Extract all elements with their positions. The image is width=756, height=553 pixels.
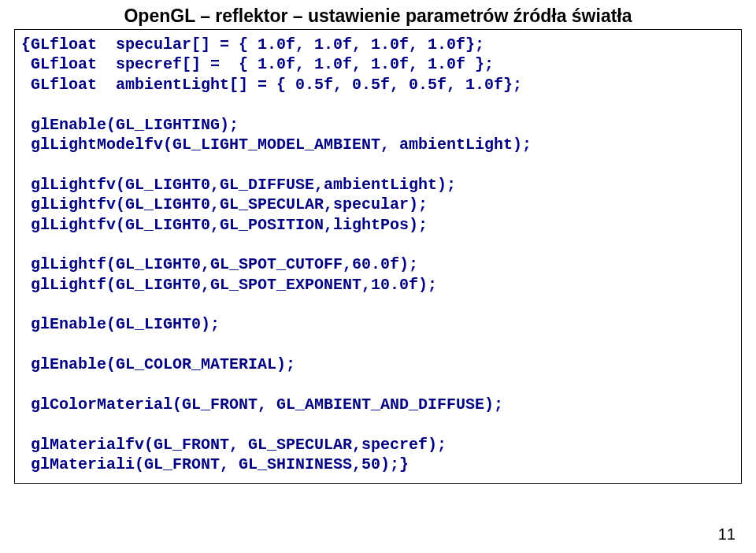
code-line: glEnable(GL_COLOR_MATERIAL); (21, 355, 295, 373)
code-line: glLightModelfv(GL_LIGHT_MODEL_AMBIENT, a… (21, 135, 532, 154)
code-line: glLightfv(GL_LIGHT0,GL_DIFFUSE,ambientLi… (21, 176, 456, 194)
code-line: GLfloat ambientLight[] = { 0.5f, 0.5f, 0… (21, 76, 522, 94)
code-line: glLightfv(GL_LIGHT0,GL_POSITION,lightPos… (21, 216, 428, 234)
code-line: glEnable(GL_LIGHTING); (21, 116, 239, 134)
page-number: 11 (718, 525, 736, 544)
code-block: {GLfloat specular[] = { 1.0f, 1.0f, 1.0f… (14, 29, 742, 484)
code-line: GLfloat specref[] = { 1.0f, 1.0f, 1.0f, … (21, 55, 494, 73)
code-line: glLightf(GL_LIGHT0,GL_SPOT_EXPONENT,10.0… (21, 276, 437, 294)
code-line: glMaterialfv(GL_FRONT, GL_SPECULAR,specr… (21, 436, 447, 454)
code-line: glColorMaterial(GL_FRONT, GL_AMBIENT_AND… (21, 395, 503, 414)
code-line: glEnable(GL_LIGHT0); (21, 315, 220, 333)
code-line: {GLfloat specular[] = { 1.0f, 1.0f, 1.0f… (21, 35, 484, 54)
code-line: glLightfv(GL_LIGHT0,GL_SPECULAR,specular… (21, 195, 428, 213)
page-title: OpenGL – reflektor – ustawienie parametr… (0, 0, 756, 29)
code-line: glLightf(GL_LIGHT0,GL_SPOT_CUTOFF,60.0f)… (21, 255, 418, 273)
code-line: glMateriali(GL_FRONT, GL_SHININESS,50);} (21, 455, 409, 473)
